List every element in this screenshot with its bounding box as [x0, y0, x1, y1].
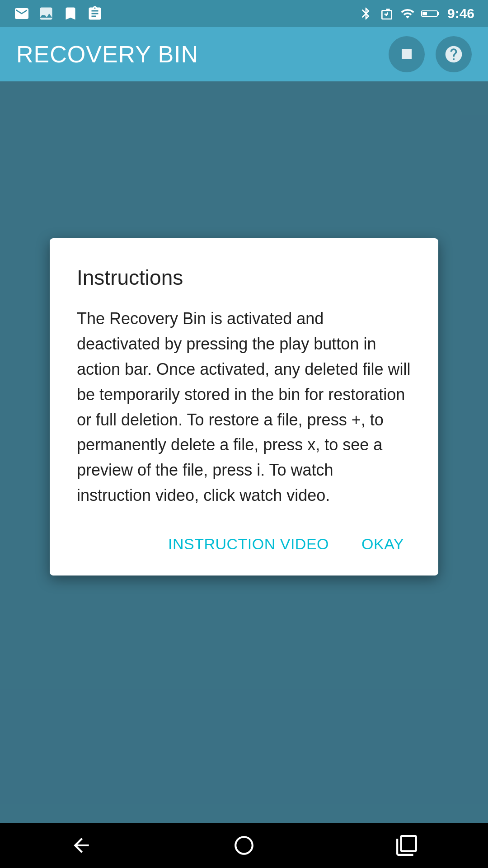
status-bar: 9:46: [0, 0, 488, 27]
battery-icon: [421, 6, 441, 21]
help-icon: [444, 44, 464, 64]
app-title: RECOVERY BIN: [16, 41, 198, 68]
bluetooth-icon: [359, 6, 373, 21]
mail-icon: [14, 5, 30, 22]
dialog-body: The Recovery Bin is activated and deacti…: [77, 306, 411, 508]
dialog-actions: INSTRUCTION VIDEO OKAY: [77, 531, 411, 557]
svg-rect-1: [437, 12, 439, 15]
status-bar-left-icons: [14, 5, 103, 22]
photo-icon: [38, 5, 54, 22]
svg-rect-2: [422, 12, 427, 15]
back-button[interactable]: [69, 833, 94, 858]
dialog-title: Instructions: [77, 265, 411, 290]
recents-icon: [395, 834, 418, 857]
main-content: Instructions The Recovery Bin is activat…: [0, 81, 488, 823]
home-button[interactable]: [232, 833, 257, 858]
home-icon: [233, 834, 255, 857]
nav-bar: [0, 823, 488, 868]
status-bar-right: 9:46: [359, 6, 474, 21]
help-button[interactable]: [436, 36, 472, 72]
okay-button[interactable]: OKAY: [354, 531, 411, 557]
status-time: 9:46: [447, 6, 474, 21]
signal-icon: [400, 6, 415, 21]
stop-icon: [397, 44, 417, 64]
stop-button[interactable]: [389, 36, 425, 72]
battery-saver-icon: [380, 6, 394, 21]
instruction-video-button[interactable]: INSTRUCTION VIDEO: [161, 531, 336, 557]
back-icon: [70, 834, 93, 857]
bookmark-icon: [62, 5, 79, 22]
app-bar: RECOVERY BIN: [0, 27, 488, 81]
recents-button[interactable]: [394, 833, 419, 858]
instructions-dialog: Instructions The Recovery Bin is activat…: [50, 238, 438, 575]
app-bar-icons: [389, 36, 472, 72]
clipboard-icon: [87, 5, 103, 22]
